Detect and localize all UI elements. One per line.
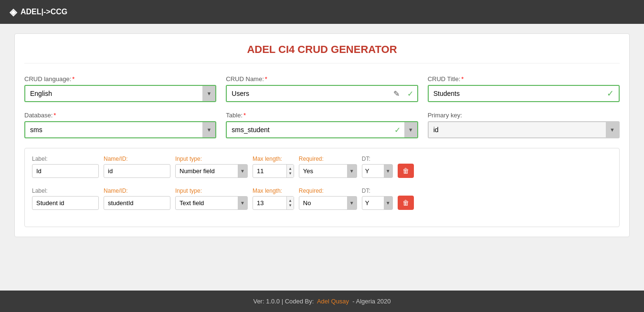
- field-2-type-select[interactable]: Text field Number field: [176, 197, 238, 209]
- field-1-required-label: Required:: [299, 156, 357, 162]
- field-1-required-arrow[interactable]: ▼: [347, 165, 357, 177]
- field-1-type-group: Input type: Number field Text field ▼: [175, 156, 248, 178]
- crud-language-label: CRUD language:*: [24, 75, 216, 83]
- table-select-wrapper: sms_student ✓ ▼: [226, 121, 418, 138]
- field-2-required-group: Required: No Yes ▼: [299, 187, 357, 210]
- main-content: ADEL CI4 CRUD GENERATOR CRUD language:* …: [0, 24, 644, 291]
- field-2-type-arrow[interactable]: ▼: [238, 197, 247, 209]
- field-1-maxlen-wrap: ▲ ▼: [253, 164, 294, 178]
- field-1-label-input[interactable]: [32, 164, 99, 178]
- logo-icon: ◈: [10, 6, 17, 18]
- header: ◈ ADEL|->CCG: [0, 0, 644, 24]
- field-1-dt-select[interactable]: Y N: [362, 165, 384, 177]
- field-1-maxlen-group: Max length: ▲ ▼: [253, 156, 294, 178]
- field-1-maxlen-input[interactable]: [253, 165, 286, 177]
- field-1-required-group: Required: Yes No ▼: [299, 156, 357, 178]
- field-2-dt-arrow[interactable]: ▼: [384, 197, 392, 209]
- field-2-dt-group: DT: Y N ▼: [362, 187, 393, 210]
- database-label: Database:*: [24, 112, 216, 119]
- field-1-required-select-wrap: Yes No ▼: [299, 164, 357, 178]
- field-2-label-input[interactable]: [32, 196, 99, 210]
- field-2-label-group: Label:: [32, 187, 99, 210]
- field-1-type-label: Input type:: [175, 156, 248, 162]
- primary-key-select-wrapper: id ▼: [428, 121, 620, 138]
- database-select[interactable]: sms: [25, 122, 202, 137]
- form-row-top: CRUD language:* English ▼ CRUD Name:* ✎: [24, 75, 620, 102]
- crud-title-check-icon: ✓: [603, 88, 619, 99]
- field-2-type-label: Input type:: [175, 187, 248, 194]
- field-2-dt-select-wrap: Y N ▼: [362, 196, 393, 210]
- field-1-maxlen-up[interactable]: ▲: [288, 166, 292, 171]
- field-2-maxlen-arrows[interactable]: ▲ ▼: [286, 197, 294, 209]
- primary-key-arrow[interactable]: ▼: [606, 122, 619, 137]
- required-star4: *: [53, 112, 56, 119]
- field-2-maxlen-label: Max length:: [253, 187, 294, 194]
- field-1-maxlen-down[interactable]: ▼: [288, 171, 292, 176]
- field-1-delete-button[interactable]: 🗑: [398, 164, 414, 178]
- crud-name-check-icon: ✓: [403, 89, 417, 98]
- footer-author-link[interactable]: Adel Qusay: [317, 298, 349, 305]
- field-2-required-select[interactable]: No Yes: [299, 197, 347, 209]
- field-1-name-input[interactable]: [104, 164, 170, 178]
- field-1-label-group: Label:: [32, 156, 99, 178]
- field-1-name-label: Name/ID:: [104, 156, 170, 162]
- field-2-dt-select[interactable]: Y N: [362, 197, 384, 209]
- field-2-maxlen-group: Max length: ▲ ▼: [253, 187, 294, 210]
- crud-language-group: CRUD language:* English ▼: [24, 75, 216, 102]
- crud-language-select[interactable]: English: [25, 86, 202, 101]
- field-2-type-select-wrap: Text field Number field ▼: [175, 196, 248, 210]
- field-2-delete-button[interactable]: 🗑: [398, 196, 414, 210]
- required-star: *: [72, 75, 74, 83]
- crud-title-label: CRUD Title:*: [428, 75, 620, 83]
- table-label: Table:*: [226, 112, 418, 119]
- field-2-type-group: Input type: Text field Number field ▼: [175, 187, 248, 210]
- crud-language-arrow[interactable]: ▼: [202, 86, 215, 101]
- field-2-required-arrow[interactable]: ▼: [347, 197, 357, 209]
- field-1-type-arrow[interactable]: ▼: [238, 165, 247, 177]
- field-1-name-group: Name/ID:: [104, 156, 170, 178]
- crud-name-group: CRUD Name:* ✎ ✓: [226, 75, 418, 102]
- field-1-type-select-wrap: Number field Text field ▼: [175, 164, 248, 178]
- crud-name-edit-icon: ✎: [390, 89, 403, 98]
- field-2-maxlen-up[interactable]: ▲: [288, 198, 292, 203]
- crud-name-label: CRUD Name:*: [226, 75, 418, 83]
- primary-key-group: Primary key: id ▼: [428, 112, 620, 138]
- primary-key-select[interactable]: id: [429, 122, 606, 137]
- field-1-dt-arrow[interactable]: ▼: [384, 165, 392, 177]
- fields-section: Label: Name/ID: Input type: Number field…: [24, 148, 620, 227]
- field-1-maxlen-arrows[interactable]: ▲ ▼: [286, 165, 294, 177]
- field-2-required-select-wrap: No Yes ▼: [299, 196, 357, 210]
- crud-title-input[interactable]: [429, 86, 603, 101]
- table-check-icon: ✓: [391, 125, 404, 135]
- field-1-dt-group: DT: Y N ▼: [362, 156, 393, 178]
- field-2-maxlen-input[interactable]: [253, 197, 286, 209]
- logo: ◈ ADEL|->CCG: [10, 6, 67, 18]
- field-2-name-label: Name/ID:: [104, 187, 170, 194]
- field-1-required-select[interactable]: Yes No: [299, 165, 347, 177]
- field-2-dt-label: DT:: [362, 187, 393, 194]
- logo-text: ADEL|->CCG: [21, 8, 67, 16]
- required-star2: *: [265, 75, 267, 83]
- database-arrow[interactable]: ▼: [202, 122, 215, 137]
- field-2-maxlen-down[interactable]: ▼: [288, 203, 292, 208]
- crud-name-input[interactable]: [227, 86, 389, 101]
- table-arrow[interactable]: ▼: [404, 122, 417, 137]
- field-1-label-label: Label:: [32, 156, 99, 162]
- crud-language-select-wrapper: English ▼: [24, 85, 216, 102]
- required-star3: *: [461, 75, 464, 83]
- page-card: ADEL CI4 CRUD GENERATOR CRUD language:* …: [14, 33, 630, 237]
- field-2-required-label: Required:: [299, 187, 357, 194]
- field-2-name-input[interactable]: [104, 196, 170, 210]
- database-group: Database:* sms ▼: [24, 112, 216, 138]
- field-1-maxlen-label: Max length:: [253, 156, 294, 162]
- field-1-dt-label: DT:: [362, 156, 393, 162]
- primary-key-label: Primary key:: [428, 112, 620, 119]
- form-row-second: Database:* sms ▼ Table:* sms_student: [24, 112, 620, 138]
- footer-text: Ver: 1.0.0 | Coded By: Adel Qusay - Alge…: [253, 298, 391, 305]
- required-star5: *: [243, 112, 246, 119]
- field-1-dt-select-wrap: Y N ▼: [362, 164, 393, 178]
- crud-title-group: CRUD Title:* ✓: [428, 75, 620, 102]
- table-select[interactable]: sms_student: [227, 122, 390, 137]
- field-1-type-select[interactable]: Number field Text field: [176, 165, 238, 177]
- crud-title-input-wrapper: ✓: [428, 85, 620, 102]
